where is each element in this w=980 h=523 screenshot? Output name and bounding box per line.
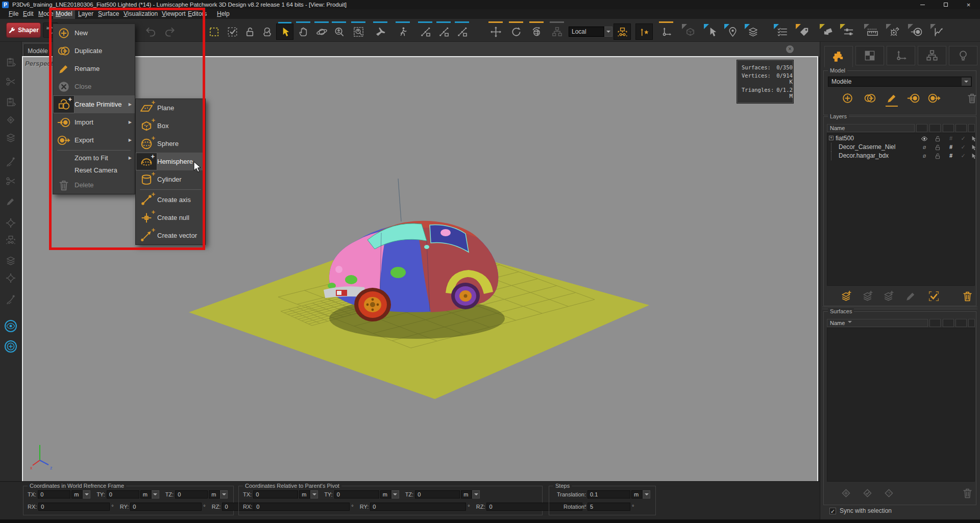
surfaces-name-header[interactable]: Name — [827, 319, 928, 327]
tz-input[interactable]: 0 — [415, 490, 460, 499]
flip-tool[interactable] — [5, 272, 17, 284]
menu-visualization[interactable]: Visualization — [121, 9, 160, 19]
menu-edit[interactable]: Edit — [20, 9, 36, 19]
primitive-item-plane[interactable]: +Plane — [136, 99, 205, 117]
pick-pointer-icon[interactable] — [969, 135, 977, 142]
translation-input[interactable]: 0.1 — [587, 490, 630, 499]
cut-tool[interactable] — [5, 76, 17, 88]
paste-in-tool[interactable] — [5, 56, 17, 68]
unit-dropdown[interactable]: m — [631, 490, 650, 499]
hash-icon[interactable]: # — [947, 135, 955, 142]
visibility-tool[interactable] — [5, 320, 17, 332]
chevron-down-icon[interactable] — [220, 490, 228, 499]
tab-position[interactable] — [887, 46, 915, 65]
delete-layer-button[interactable] — [960, 288, 975, 304]
model-menu-item-zoom-to-fit[interactable]: Zoom to Fit▶ — [53, 152, 135, 164]
visibility-off-icon[interactable]: ø — [920, 152, 928, 160]
expander-icon[interactable]: + — [829, 136, 834, 140]
tools-panel-button[interactable] — [886, 23, 903, 40]
chevron-down-icon[interactable] — [604, 27, 612, 37]
tab-matter[interactable] — [855, 46, 884, 65]
projector-panel-button[interactable] — [819, 23, 837, 40]
unit-dropdown[interactable]: m — [71, 490, 90, 499]
layers-panel-button[interactable] — [744, 23, 762, 40]
menu-model[interactable]: Model — [53, 9, 75, 19]
walk-tool-button[interactable] — [394, 23, 411, 40]
model-menu-item-delete[interactable]: Delete — [53, 176, 135, 194]
sew-tool[interactable] — [5, 156, 17, 168]
ty-input[interactable]: 0 — [334, 490, 379, 499]
primitive-item-box[interactable]: +Box — [136, 117, 205, 135]
zoom-region-tool-button[interactable] — [350, 23, 367, 40]
axis-gizmo-button[interactable] — [657, 23, 675, 40]
select-tool-button[interactable] — [276, 23, 293, 40]
model-menu-item-new[interactable]: New — [53, 24, 135, 42]
pointer-panel-button[interactable] — [703, 23, 721, 40]
edit-pivot-tool-button[interactable] — [416, 23, 434, 40]
export-model-button[interactable] — [926, 90, 942, 106]
add-surface-button[interactable] — [838, 485, 853, 501]
check-icon[interactable]: ✓ — [959, 152, 967, 160]
hash-icon[interactable]: # — [947, 152, 955, 160]
tz-input[interactable]: 0 — [175, 490, 208, 499]
duplicate-model-button[interactable] — [862, 90, 877, 106]
add-camera-tool[interactable] — [5, 340, 17, 353]
translate-tool-button[interactable] — [487, 23, 504, 40]
add-layer-button[interactable] — [838, 288, 853, 304]
redo-button[interactable] — [161, 23, 178, 40]
weld-tool[interactable] — [5, 255, 17, 267]
lock-open-icon[interactable] — [934, 135, 942, 142]
chevron-down-icon[interactable] — [643, 490, 650, 499]
snap-node-button[interactable] — [614, 23, 631, 40]
mirror-tool[interactable] — [5, 217, 17, 229]
validate-layers-tool[interactable] — [5, 132, 17, 144]
tab-assembly[interactable] — [918, 46, 946, 65]
menu-editors[interactable]: Editors — [185, 9, 209, 19]
stitch-tool[interactable] — [5, 293, 17, 306]
check-icon[interactable]: ✓ — [959, 135, 967, 142]
coordinate-space-dropdown[interactable]: Local — [569, 27, 612, 37]
position-panel-button[interactable] — [724, 23, 741, 40]
viewport-close-icon[interactable]: × — [786, 45, 794, 53]
layers-name-header[interactable]: Name — [827, 124, 915, 132]
chevron-down-icon[interactable] — [152, 490, 159, 499]
rename-model-button[interactable] — [884, 90, 899, 106]
rx-input[interactable]: 0 — [254, 503, 350, 511]
add-point-tool[interactable] — [5, 114, 17, 126]
model-menu-item-create-primitive[interactable]: +Create Primitive▶ — [53, 95, 135, 113]
layer-row[interactable]: Decor.hangar_bdxø#✓ — [827, 152, 974, 160]
tab-lighting[interactable] — [949, 46, 977, 65]
chevron-down-icon[interactable] — [83, 490, 90, 499]
ry-input[interactable]: 0 — [130, 503, 202, 511]
rename-layer-button[interactable] — [903, 288, 918, 304]
unit-dropdown[interactable]: m — [140, 490, 159, 499]
maximize-button[interactable] — [934, 0, 957, 9]
rectangle-selection-button[interactable] — [205, 23, 223, 40]
primitive-item-create-axis[interactable]: +Create axis — [136, 191, 205, 209]
zoom-tool-button[interactable] — [330, 23, 348, 40]
paste-out-tool[interactable] — [5, 96, 17, 108]
model-menu-item-import[interactable]: Import▶ — [53, 113, 135, 131]
layers-list[interactable]: +fiat500#✓Decor_Caserne_Nielø#✓Decor.han… — [827, 133, 975, 286]
model-menu-item-export[interactable]: Export▶ — [53, 131, 135, 149]
rx-input[interactable]: 0 — [38, 503, 110, 511]
layer-row[interactable]: Decor_Caserne_Nielø#✓ — [827, 143, 974, 152]
hierarchy-mode-button[interactable] — [548, 23, 566, 40]
validate-surfaces-button[interactable] — [860, 485, 875, 501]
model-menu-item-rename[interactable]: Rename — [53, 60, 135, 78]
unit-dropdown[interactable]: m — [299, 490, 318, 499]
import-panel-button[interactable] — [908, 23, 925, 40]
menu-layer[interactable]: Layer — [76, 9, 96, 19]
checklist-panel-button[interactable] — [773, 23, 791, 40]
delete-model-button[interactable] — [964, 90, 979, 106]
unit-dropdown[interactable]: m — [461, 490, 480, 499]
new-model-button[interactable] — [840, 90, 855, 106]
visibility-eye-icon[interactable] — [920, 135, 928, 142]
tx-input[interactable]: 0 — [38, 490, 70, 499]
edit-surface-tool[interactable] — [5, 195, 17, 208]
tag-panel-button[interactable] — [795, 23, 813, 40]
validate-layer-selection-button[interactable] — [926, 288, 941, 304]
layer-row[interactable]: +fiat500#✓ — [827, 134, 974, 143]
menu-viewport[interactable]: Viewport — [159, 9, 188, 19]
primitive-item-hemisphere[interactable]: +Hemisphere — [136, 153, 205, 170]
